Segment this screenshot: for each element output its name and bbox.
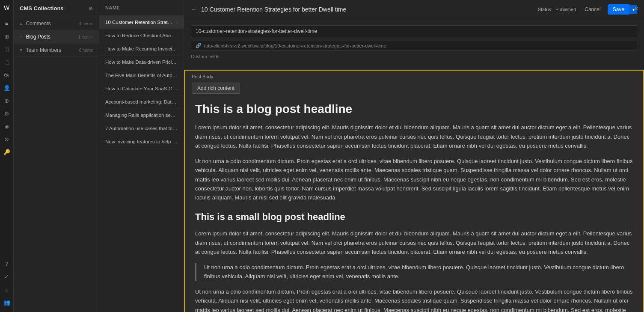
nav-icon-components[interactable]: ⬚	[2, 57, 12, 67]
post-list-item-8[interactable]: 7 Automation use cases that foster ...	[99, 122, 184, 135]
blog-para-2: Ut non urna a odio condimentum dictum. P…	[195, 157, 633, 202]
post-name-7: Managing Rails application secrets ...	[105, 113, 178, 118]
cancel-button[interactable]: Cancel	[581, 5, 604, 14]
collection-icon-comments: ≡	[20, 21, 22, 26]
post-list-item-2[interactable]: How to Make Recurring Invoicing M...	[99, 42, 184, 56]
editor-status: Status: Published	[538, 7, 576, 12]
collection-arrow-blogposts: ›	[92, 35, 93, 39]
save-button[interactable]: Save	[608, 4, 629, 15]
cms-panel-header: CMS Collections ⊕	[14, 0, 99, 17]
status-value: Published	[555, 7, 576, 12]
post-body-section: Post Body Add rich content This is a blo…	[184, 70, 644, 312]
nav-icon-extra[interactable]: 🔑	[2, 147, 12, 157]
post-list-item-7[interactable]: Managing Rails application secrets ...	[99, 109, 184, 122]
nav-icon-apps[interactable]: ⊗	[2, 134, 12, 144]
nav-icon-assets[interactable]: ◫	[2, 44, 12, 54]
blog-blockquote: Ut non urna a odio condimentum dictum. P…	[195, 263, 633, 281]
post-body-label: Post Body	[185, 71, 643, 81]
collection-icon-team: ≡	[20, 48, 22, 53]
post-name-6: Account-based marketing: Data-dri...	[105, 99, 178, 104]
post-list-item-5[interactable]: How to Calculate Your SaaS Gross ...	[99, 82, 184, 95]
collection-item-team[interactable]: ≡ Team Members 6 items	[14, 44, 99, 57]
post-name-8: 7 Automation use cases that foster ...	[105, 126, 178, 131]
post-arrow-0: ›	[176, 20, 178, 25]
nav-icon-cms[interactable]: ≡	[2, 18, 12, 29]
collection-item-blogposts[interactable]: ≡ Blog Posts 1 item ›	[14, 30, 99, 44]
collection-icon-blogposts: ≡	[20, 34, 22, 39]
app-logo: W	[3, 3, 11, 12]
post-name-9: New invoicing features to help you ...	[105, 139, 178, 144]
icon-sidebar: W ≡ ⊞ ◫ ⬚ 🛍 👤 ⊕ ⚙ ◈ ⊗ 🔑 ? ✓ ⌕ 👥	[0, 0, 14, 312]
status-label: Status:	[538, 7, 552, 12]
url-field-row: 🔗 tuto-client-first-v2.webflow.io/blog/1…	[191, 41, 637, 51]
blog-para-4: Ut non urna a odio condimentum dictum. P…	[195, 287, 633, 312]
url-field-display: 🔗 tuto-client-first-v2.webflow.io/blog/1…	[191, 41, 637, 51]
posts-panel-header: Name	[99, 0, 184, 16]
post-name-4: The Five Main Benefits of Automati...	[105, 73, 178, 78]
nav-icon-ecom[interactable]: 🛍	[2, 70, 12, 80]
post-list-item-3[interactable]: How to Make Data-driven Pricing D...	[99, 56, 184, 69]
slug-input[interactable]	[191, 25, 637, 37]
blog-content: This is a blog post headline Lorem ipsum…	[185, 98, 643, 312]
slug-field-row	[191, 25, 637, 37]
post-list-item-1[interactable]: How to Reduce Checkout Abandon...	[99, 29, 184, 42]
post-name-3: How to Make Data-driven Pricing D...	[105, 59, 178, 65]
back-button[interactable]: ←	[191, 6, 197, 13]
nav-icon-settings[interactable]: ⚙	[2, 108, 12, 119]
nav-icon-users[interactable]: 👤	[2, 83, 12, 93]
blog-para-1: Lorem ipsum dolor sit amet, consectetur …	[195, 123, 633, 150]
blog-posts-panel: Name 10 Customer Retention Strategies f.…	[99, 0, 184, 312]
custom-fields-label: Custom fields	[191, 54, 637, 59]
cms-panel-title: CMS Collections	[20, 5, 64, 12]
cms-collections-panel: CMS Collections ⊕ ≡ Comments 4 items ≡ B…	[14, 0, 99, 312]
post-list-item-6[interactable]: Account-based marketing: Data-dri...	[99, 95, 184, 109]
rich-content-area[interactable]: Post Body Add rich content This is a blo…	[184, 70, 644, 312]
collection-count-team: 6 items	[79, 48, 93, 53]
link-icon: 🔗	[196, 43, 202, 48]
post-name-1: How to Reduce Checkout Abandon...	[105, 33, 178, 38]
blog-headline: This is a blog post headline	[195, 101, 633, 117]
collection-item-comments[interactable]: ≡ Comments 4 items	[14, 17, 99, 30]
post-list-item-0[interactable]: 10 Customer Retention Strategies f... ›	[99, 16, 184, 29]
blog-small-headline: This is a small blog post headline	[195, 211, 633, 223]
help-icon[interactable]: ?	[2, 259, 12, 269]
nav-icon-pages[interactable]: ⊞	[2, 31, 12, 42]
collection-label-team: Team Members	[26, 47, 77, 53]
nav-icon-forms[interactable]: ⊕	[2, 95, 12, 106]
post-name-2: How to Make Recurring Invoicing M...	[105, 46, 178, 51]
editor-topbar: ← 10 Customer Retention Strategies for b…	[184, 0, 644, 19]
editor-title: 10 Customer Retention Strategies for bet…	[201, 6, 538, 13]
tasks-icon[interactable]: ✓	[2, 271, 12, 282]
post-name-5: How to Calculate Your SaaS Gross ...	[105, 86, 178, 91]
add-rich-content-button[interactable]: Add rich content	[192, 83, 240, 94]
post-list-item-4[interactable]: The Five Main Benefits of Automati...	[99, 69, 184, 82]
collection-count-blogposts: 1 item	[78, 35, 89, 39]
post-list-item-9[interactable]: New invoicing features to help you ...	[99, 135, 184, 149]
editor-fields: 🔗 tuto-client-first-v2.webflow.io/blog/1…	[184, 19, 644, 70]
save-btn-group: Save ▾	[608, 4, 637, 15]
cms-add-icon[interactable]: ⊕	[89, 6, 93, 12]
nav-icon-logic[interactable]: ◈	[2, 121, 12, 131]
collection-label-comments: Comments	[26, 21, 77, 27]
blog-para-3: Lorem ipsum dolor sit amet, consectetur …	[195, 229, 633, 256]
team-icon[interactable]: 👥	[2, 297, 12, 307]
post-name-0: 10 Customer Retention Strategies f...	[105, 20, 175, 25]
close-window-button[interactable]: ✕	[634, 5, 639, 12]
editor-area: ← 10 Customer Retention Strategies for b…	[184, 0, 644, 312]
search-icon[interactable]: ⌕	[2, 284, 12, 294]
collection-label-blogposts: Blog Posts	[26, 34, 76, 40]
collection-count-comments: 4 items	[79, 21, 93, 26]
url-value: tuto-client-first-v2.webflow.io/blog/10-…	[204, 43, 386, 48]
